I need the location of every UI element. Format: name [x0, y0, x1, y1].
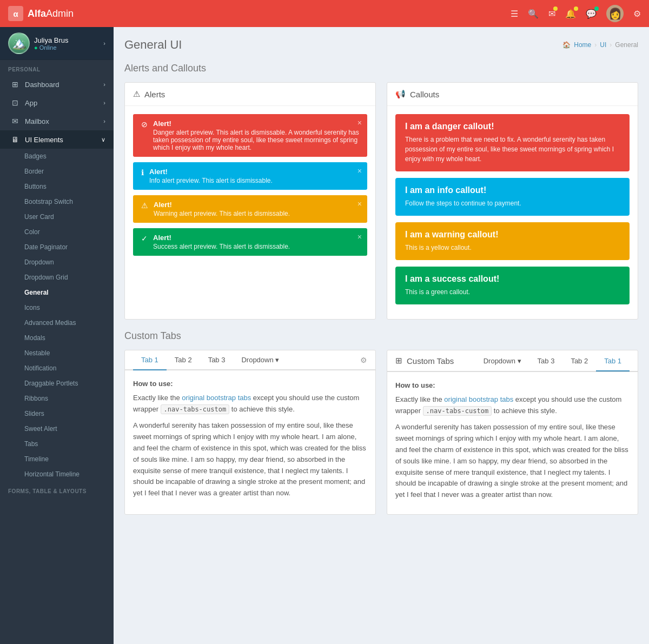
right-how-to-label: How to use:	[395, 380, 630, 391]
left-how-to-text: Exactly like the original bootstrap tabs…	[133, 393, 367, 415]
sidebar-subitem-nestable[interactable]: Nestable	[0, 346, 114, 361]
left-how-to-code: .nav-tabs-custom	[161, 404, 230, 414]
page-header: General UI 🏠 Home › UI › General	[124, 38, 638, 52]
alert-info-close[interactable]: ×	[357, 167, 362, 175]
sidebar-subitem-color[interactable]: Color	[0, 224, 114, 240]
layout: 🏔️ Juliya Brus ● Online › PERSONAL ⊞ Das…	[0, 27, 649, 644]
sidebar-subitem-general[interactable]: General	[0, 285, 114, 300]
right-tabs-header: ⊞ Custom Tabs Dropdown ▾ Tab 3 Tab 2 Tab…	[387, 350, 638, 372]
alert-danger-close[interactable]: ×	[357, 118, 362, 127]
sidebar-subitem-dropdown-grid[interactable]: Dropdown Grid	[0, 270, 114, 285]
sidebar-item-label: UI Elements	[25, 136, 63, 144]
alert-warning-close[interactable]: ×	[357, 200, 362, 208]
tab-left-dropdown[interactable]: Dropdown ▾	[233, 350, 287, 370]
user-avatar-header[interactable]: 👩	[606, 5, 624, 22]
sidebar-subitem-icons[interactable]: Icons	[0, 300, 114, 315]
logo-icon: α	[8, 6, 23, 21]
sidebar-item-ui-elements[interactable]: 🖥 UI Elements ∨	[0, 130, 114, 149]
user-panel-chevron[interactable]: ›	[103, 40, 105, 47]
alert-info-title: Alert!	[149, 168, 359, 176]
sidebar-item-dashboard[interactable]: ⊞ Dashboard ›	[0, 75, 114, 94]
sidebar-subitem-user-card[interactable]: User Card	[0, 209, 114, 224]
sidebar-subitem-border[interactable]: Border	[0, 164, 114, 179]
sidebar-subitem-horizontal-timeline[interactable]: Horizontal Timeline	[0, 467, 114, 482]
settings-icon[interactable]: ⚙	[633, 9, 641, 19]
callouts-card-title: Callouts	[410, 90, 439, 99]
hamburger-icon[interactable]: ☰	[511, 9, 518, 19]
tab-right-dropdown[interactable]: Dropdown ▾	[475, 351, 529, 371]
sidebar-subitem-sliders[interactable]: Sliders	[0, 406, 114, 421]
alert-success-title: Alert!	[153, 234, 359, 242]
callout-success-title: I am a success callout!	[405, 274, 620, 284]
callouts-card: 📢 Callouts I am a danger callout! There …	[387, 82, 638, 320]
tab-right-1[interactable]: Tab 1	[596, 351, 630, 371]
sidebar-subitem-modals[interactable]: Modals	[0, 330, 114, 346]
sidebar-subitem-dropdown[interactable]: Dropdown	[0, 255, 114, 270]
chat-badge	[594, 6, 599, 11]
right-tabs-body: How to use: Exactly like the original bo…	[387, 372, 638, 514]
sidebar-subitem-draggable-portlets[interactable]: Draggable Portlets	[0, 376, 114, 391]
user-panel: 🏔️ Juliya Brus ● Online ›	[0, 27, 114, 60]
right-tabs-body-text: A wonderful serenity has taken possessio…	[395, 422, 630, 501]
right-how-to-text: Exactly like the original bootstrap tabs…	[395, 394, 630, 417]
alert-info: ℹ Alert! Info alert preview. This alert …	[133, 162, 367, 190]
callout-danger: I am a danger callout! There is a proble…	[395, 114, 630, 171]
right-card-title: Custom Tabs	[407, 356, 454, 366]
app-arrow: ›	[103, 99, 105, 106]
tab-left-3[interactable]: Tab 3	[200, 350, 234, 370]
main-content: General UI 🏠 Home › UI › General Alerts …	[114, 27, 649, 644]
callout-success-text: This is a green callout.	[405, 287, 620, 297]
sidebar-subitem-sweet-alert[interactable]: Sweet Alert	[0, 421, 114, 436]
sidebar-item-mailbox[interactable]: ✉ Mailbox ›	[0, 112, 114, 130]
alerts-card-title: Alerts	[144, 90, 165, 99]
alert-warning-icon: ⚠	[141, 201, 148, 210]
tab-gear-icon[interactable]: ⚙	[360, 356, 367, 364]
alert-success: ✓ Alert! Success alert preview. This ale…	[133, 228, 367, 256]
breadcrumb-home[interactable]: Home	[574, 41, 591, 49]
sidebar-item-app[interactable]: ⊡ App ›	[0, 94, 114, 112]
ui-icon: 🖥	[11, 135, 19, 144]
sidebar-subitem-ribbons[interactable]: Ribbons	[0, 391, 114, 406]
left-how-to-link[interactable]: original bootstrap tabs	[182, 394, 251, 402]
breadcrumb-sep2: ›	[610, 41, 612, 49]
chat-icon[interactable]: 💬	[586, 9, 597, 19]
right-how-to-link[interactable]: original bootstrap tabs	[444, 395, 513, 403]
alert-info-text: Info alert preview. This alert is dismis…	[149, 177, 359, 184]
sidebar-subitem-badges[interactable]: Badges	[0, 149, 114, 164]
callout-info: I am an info callout! Follow the steps t…	[395, 178, 630, 216]
breadcrumb-current: General	[615, 41, 638, 49]
bell-icon[interactable]: 🔔	[565, 9, 576, 19]
brand-name: AlfaAdmin	[28, 8, 74, 19]
sidebar-item-label: Dashboard	[25, 81, 59, 89]
sidebar-subitem-tabs[interactable]: Tabs	[0, 436, 114, 452]
breadcrumb: 🏠 Home › UI › General	[562, 41, 638, 49]
header-right: ☰ 🔍 ✉ 🔔 💬 👩 ⚙	[122, 5, 641, 22]
sidebar-subitem-buttons[interactable]: Buttons	[0, 179, 114, 194]
sidebar-subitem-timeline[interactable]: Timeline	[0, 452, 114, 467]
alert-success-close[interactable]: ×	[357, 233, 362, 241]
tab-right-2[interactable]: Tab 2	[562, 351, 596, 371]
breadcrumb-ui[interactable]: UI	[600, 41, 606, 49]
user-status: ● Online	[34, 44, 69, 51]
sidebar-avatar: 🏔️	[8, 32, 30, 54]
sidebar-subitem-bootstrap-switch[interactable]: Bootstrap Switch	[0, 194, 114, 209]
alert-danger-content: Alert! Danger alert preview. This alert …	[153, 119, 359, 151]
left-tabs-body: How to use: Exactly like the original bo…	[125, 370, 375, 513]
search-icon[interactable]: 🔍	[528, 9, 539, 19]
left-how-to-label: How to use:	[133, 379, 367, 390]
megaphone-icon: 📢	[395, 89, 406, 99]
mailbox-arrow: ›	[103, 118, 105, 124]
sidebar-subitem-advanced-medias[interactable]: Advanced Medias	[0, 315, 114, 330]
tab-left-2[interactable]: Tab 2	[167, 350, 200, 370]
sidebar-subitem-date-paginator[interactable]: Date Paginator	[0, 240, 114, 255]
tab-right-3[interactable]: Tab 3	[529, 351, 563, 371]
breadcrumb-sep1: ›	[594, 41, 597, 49]
left-how-to-post: to achieve this style.	[229, 405, 295, 413]
alerts-card-body: ⊘ Alert! Danger alert preview. This aler…	[125, 106, 375, 269]
sidebar: 🏔️ Juliya Brus ● Online › PERSONAL ⊞ Das…	[0, 27, 114, 644]
callout-info-text: Follow the steps to continue to payment.	[405, 198, 620, 208]
tab-left-1[interactable]: Tab 1	[133, 350, 167, 370]
mail-icon[interactable]: ✉	[548, 9, 555, 19]
sidebar-subitem-notification[interactable]: Notification	[0, 361, 114, 376]
alert-success-content: Alert! Success alert preview. This alert…	[153, 234, 359, 250]
